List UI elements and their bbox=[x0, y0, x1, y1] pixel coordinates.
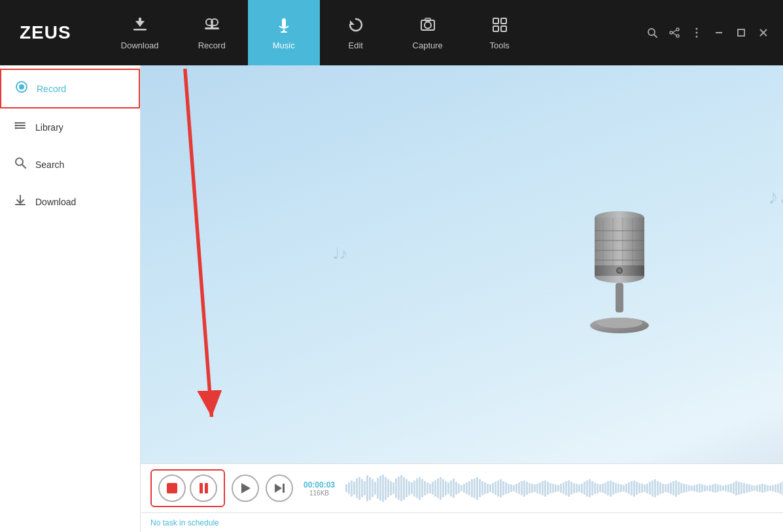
svg-point-39 bbox=[15, 127, 17, 129]
sidebar-item-download[interactable]: Download bbox=[0, 183, 140, 220]
waveform-bar bbox=[495, 482, 496, 495]
waveform-bar bbox=[382, 474, 384, 502]
waveform-bar bbox=[659, 482, 661, 494]
waveform-bar bbox=[636, 482, 638, 495]
waveform-bar bbox=[468, 481, 470, 495]
svg-point-12 bbox=[425, 22, 431, 28]
waveform-bar bbox=[489, 484, 491, 492]
close-button[interactable] bbox=[757, 26, 770, 39]
music-note-decoration-2: ♩♪ bbox=[332, 244, 347, 263]
waveform-bar bbox=[618, 484, 619, 493]
waveform-bar bbox=[631, 481, 633, 495]
stop-icon bbox=[167, 483, 177, 493]
share-button[interactable] bbox=[668, 26, 681, 39]
waveform-bar bbox=[633, 480, 635, 497]
waveform-bar bbox=[377, 478, 379, 499]
waveform-bar bbox=[471, 479, 473, 497]
svg-line-23 bbox=[672, 30, 676, 33]
sidebar-item-record[interactable]: Record bbox=[0, 69, 140, 108]
waveform-bar bbox=[369, 477, 371, 500]
waveform-bar bbox=[476, 477, 478, 500]
waveform-bar bbox=[461, 485, 462, 491]
tab-capture-label: Capture bbox=[413, 41, 443, 50]
skip-forward-button[interactable] bbox=[266, 474, 293, 502]
menu-button[interactable] bbox=[690, 26, 703, 39]
waveform-bar bbox=[518, 482, 520, 494]
tab-edit[interactable]: Edit bbox=[320, 0, 392, 65]
waveform-bar bbox=[432, 482, 434, 495]
waveform-bar bbox=[453, 478, 455, 498]
tab-tools[interactable]: Tools bbox=[464, 0, 536, 65]
waveform-bar bbox=[641, 484, 643, 493]
tab-tools-label: Tools bbox=[490, 41, 510, 50]
waveform-bar bbox=[743, 483, 745, 493]
waveform-bar bbox=[523, 480, 525, 497]
recording-controls-box bbox=[150, 469, 225, 507]
waveform-bar bbox=[440, 477, 442, 500]
tab-music-label: Music bbox=[273, 41, 295, 50]
waveform-bar bbox=[665, 484, 667, 492]
waveform-bar bbox=[408, 481, 410, 495]
maximize-button[interactable] bbox=[735, 26, 748, 39]
sidebar-item-search[interactable]: Search bbox=[0, 146, 140, 183]
tab-record-label: Record bbox=[198, 41, 226, 50]
waveform-bar bbox=[353, 482, 355, 495]
waveform-bar bbox=[670, 482, 672, 494]
waveform-bar bbox=[735, 481, 737, 495]
tab-record[interactable]: Record bbox=[176, 0, 248, 65]
waveform-bar bbox=[387, 479, 389, 497]
svg-point-38 bbox=[15, 125, 17, 127]
waveform-bar bbox=[576, 484, 578, 493]
svg-point-26 bbox=[696, 32, 698, 34]
waveform-bar bbox=[780, 482, 782, 494]
download-tab-icon bbox=[131, 16, 149, 37]
waveform-bar bbox=[429, 484, 431, 493]
waveform-bar bbox=[691, 486, 693, 491]
waveform-bar bbox=[591, 481, 593, 495]
waveform-bar bbox=[358, 477, 360, 500]
waveform-bar bbox=[599, 484, 601, 492]
tab-capture[interactable]: Capture bbox=[392, 0, 464, 65]
svg-rect-2 bbox=[139, 18, 141, 24]
waveform-bar bbox=[413, 480, 415, 497]
waveform-bar bbox=[539, 482, 541, 494]
sidebar-record-label: Record bbox=[37, 84, 66, 94]
svg-rect-0 bbox=[133, 29, 147, 31]
capture-tab-icon bbox=[419, 16, 437, 37]
tab-music[interactable]: Music bbox=[248, 0, 320, 65]
edit-tab-icon bbox=[347, 16, 365, 37]
waveform-bar bbox=[474, 478, 476, 498]
search-window-button[interactable] bbox=[646, 26, 659, 39]
waveform-bar bbox=[510, 484, 512, 492]
waveform-bar bbox=[578, 484, 580, 492]
waveform-bar bbox=[536, 484, 538, 493]
tools-tab-icon bbox=[491, 16, 509, 37]
waveform-bar bbox=[390, 481, 392, 495]
waveform-bar bbox=[372, 479, 374, 497]
waveform-bar bbox=[458, 484, 460, 493]
minimize-button[interactable] bbox=[712, 26, 725, 39]
waveform-bar bbox=[392, 482, 394, 494]
svg-point-55 bbox=[618, 269, 621, 273]
svg-point-33 bbox=[19, 84, 24, 90]
play-button[interactable] bbox=[232, 474, 259, 502]
svg-rect-29 bbox=[738, 29, 744, 36]
waveform-bar bbox=[662, 484, 664, 493]
stop-button[interactable] bbox=[158, 474, 186, 502]
waveform-bar bbox=[447, 482, 449, 494]
sidebar-item-library[interactable]: Library bbox=[0, 108, 140, 146]
waveform-bar bbox=[644, 484, 646, 492]
tab-download[interactable]: Download bbox=[104, 0, 176, 65]
waveform-bar bbox=[699, 484, 701, 493]
waveform-bar bbox=[416, 478, 418, 498]
waveform-bar bbox=[403, 477, 405, 500]
waveform-bar bbox=[725, 485, 727, 491]
window-controls bbox=[646, 26, 783, 39]
waveform-bar bbox=[706, 486, 708, 491]
waveform-bar bbox=[657, 481, 659, 495]
search-sidebar-icon bbox=[13, 156, 27, 173]
svg-marker-10 bbox=[350, 20, 355, 25]
waveform-bar bbox=[356, 478, 358, 498]
pause-button[interactable] bbox=[190, 474, 217, 502]
waveform-bar bbox=[628, 482, 630, 494]
